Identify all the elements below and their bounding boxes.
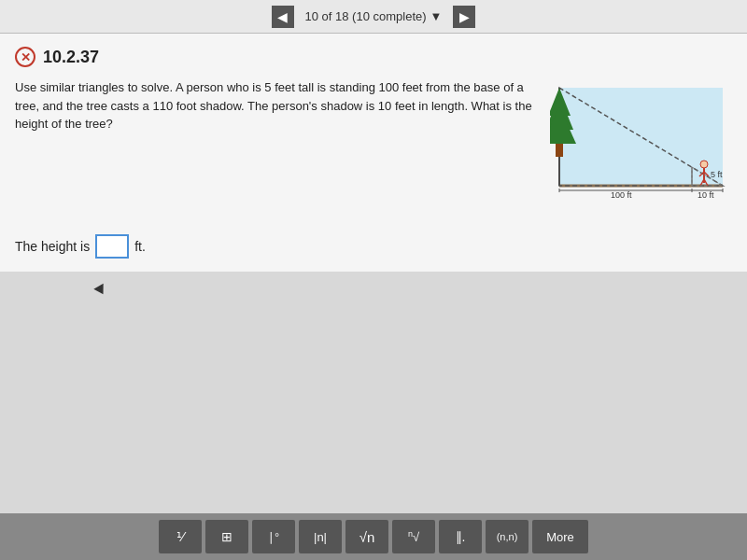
problem-area: Use similar triangles to solve. A person… xyxy=(15,78,732,214)
svg-text:5 ft: 5 ft xyxy=(711,170,723,179)
parallel-button[interactable]: ∥. xyxy=(439,520,482,553)
svg-point-9 xyxy=(700,161,708,168)
svg-rect-7 xyxy=(556,144,563,157)
nthroot-icon: n√ xyxy=(408,529,419,544)
bottom-toolbar: ⅟ ⊞ ∣° |n| √n n√ ∥. (n,n) More xyxy=(0,513,747,560)
answer-input[interactable] xyxy=(95,234,129,259)
diagram-container: 5 ft 100 ft 10 ft xyxy=(550,78,732,214)
progress-indicator: 10 of 18 (10 complete) ▼ xyxy=(305,9,443,23)
triangle-diagram: 5 ft 100 ft 10 ft xyxy=(550,78,732,214)
progress-text: 10 of 18 (10 complete) xyxy=(305,9,427,23)
absolute-value-button[interactable]: |n| xyxy=(299,520,342,553)
top-navigation: ◀ 10 of 18 (10 complete) ▼ ▶ xyxy=(0,0,747,34)
mixed-number-button[interactable]: ⊞ xyxy=(205,520,248,553)
coord-icon: (n,n) xyxy=(497,531,518,542)
mixed-number-icon: ⊞ xyxy=(221,529,233,544)
more-label: More xyxy=(546,530,574,544)
fraction-icon: ⅟ xyxy=(176,529,184,544)
nthroot-button[interactable]: n√ xyxy=(392,520,435,553)
problem-header: ✕ 10.2.37 xyxy=(15,47,732,67)
empty-workspace xyxy=(0,272,747,513)
sqrt-icon: √n xyxy=(359,529,375,545)
coordinate-button[interactable]: (n,n) xyxy=(486,520,529,553)
problem-text: Use similar triangles to solve. A person… xyxy=(15,78,539,133)
problem-status-icon: ✕ xyxy=(15,47,35,67)
progress-dropdown-arrow[interactable]: ▼ xyxy=(430,9,443,23)
parallel-icon: ∥. xyxy=(456,529,466,544)
problem-content: ✕ 10.2.37 Use similar triangles to solve… xyxy=(0,34,747,272)
svg-text:100 ft: 100 ft xyxy=(611,190,632,200)
sqrt-button[interactable]: √n xyxy=(345,520,388,553)
answer-area: The height is ft. xyxy=(15,234,732,259)
problem-number: 10.2.37 xyxy=(43,48,99,67)
prev-button[interactable]: ◀ xyxy=(272,6,294,28)
x-icon: ✕ xyxy=(21,50,31,64)
next-button[interactable]: ▶ xyxy=(453,6,475,28)
answer-unit: ft. xyxy=(134,239,146,254)
abs-icon: |n| xyxy=(314,530,327,544)
svg-text:10 ft: 10 ft xyxy=(698,190,714,200)
degree-button[interactable]: ∣° xyxy=(252,520,295,553)
answer-label: The height is xyxy=(15,239,90,254)
degree-icon: ∣° xyxy=(268,530,279,544)
main-panel: ✕ 10.2.37 Use similar triangles to solve… xyxy=(0,34,747,513)
fraction-button[interactable]: ⅟ xyxy=(159,520,202,553)
more-button[interactable]: More xyxy=(532,520,588,553)
